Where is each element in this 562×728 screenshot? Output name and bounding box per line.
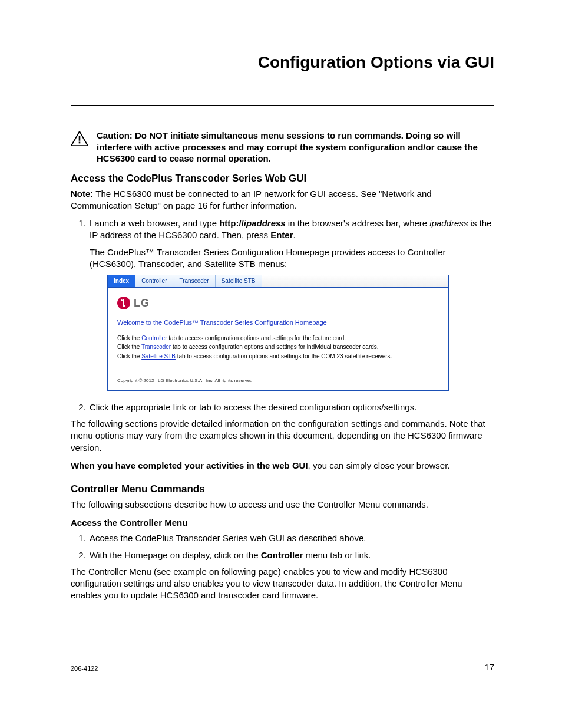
embed-line3-b: tab to access configuration options and … — [176, 353, 392, 360]
svg-rect-1 — [79, 136, 81, 140]
embed-line2-a: Click the — [117, 344, 141, 350]
embed-line-3: Click the Satellite STB tab to access co… — [117, 353, 439, 361]
embed-welcome: Welcome to the CodePlus™ Transcoder Seri… — [117, 318, 439, 327]
closing-rest: , you can simply close your browser. — [308, 460, 450, 470]
embed-copyright: Copyright © 2012 · LG Electronics U.S.A.… — [117, 378, 439, 384]
step1-text-c: in the browser's address bar, where — [286, 218, 430, 228]
caution-text: Caution: Do NOT initiate simultaneous me… — [97, 130, 494, 164]
para-following-sections: The following sections provide detailed … — [71, 418, 494, 454]
controller-steps: Access the CodePlus Transcoder Series we… — [71, 532, 494, 561]
svg-rect-2 — [79, 142, 81, 144]
lg-logo-icon — [117, 297, 130, 309]
step1-sub: The CodePlus™ Transcoder Series Configur… — [90, 246, 494, 271]
controller-step-2: With the Homepage on display, click on t… — [88, 549, 494, 561]
title-rule — [71, 105, 494, 106]
embed-link-transcoder[interactable]: Transcoder — [141, 344, 171, 350]
step-1: Launch a web browser, and type http://ip… — [88, 218, 494, 391]
controller-step-1: Access the CodePlus Transcoder Series we… — [88, 532, 494, 544]
embed-line-1: Click the Controller tab to access confi… — [117, 334, 439, 342]
embed-line3-a: Click the — [117, 353, 141, 360]
embed-body: LG Welcome to the CodePlus™ Transcoder S… — [108, 288, 448, 390]
access-gui-steps: Launch a web browser, and type http://ip… — [71, 218, 494, 413]
page-footer: 206-4122 17 — [71, 662, 494, 672]
closing-bold: When you have completed your activities … — [71, 460, 308, 470]
lg-logo: LG — [117, 296, 439, 310]
step1-italic-ipaddress2: ipaddress — [429, 218, 468, 228]
step1-italic-ipaddress: ipaddress — [244, 218, 286, 228]
para-closing: When you have completed your activities … — [71, 460, 494, 472]
embed-line1-b: tab to access configuration options and … — [167, 335, 346, 341]
embed-line-2: Click the Transcoder tab to access confi… — [117, 343, 439, 351]
embedded-screenshot-wrap: Index Controller Transcoder Satellite ST… — [107, 275, 494, 391]
step1-bold-enter: Enter — [270, 230, 293, 240]
page-title: Configuration Options via GUI — [71, 53, 494, 72]
warning-icon — [71, 131, 88, 149]
embed-link-controller[interactable]: Controller — [141, 335, 167, 341]
step1-text-g: . — [293, 230, 295, 240]
caution-block: Caution: Do NOT initiate simultaneous me… — [71, 130, 494, 164]
tab-index[interactable]: Index — [108, 275, 135, 287]
embed-line1-a: Click the — [117, 335, 141, 341]
sub-heading-access-controller: Access the Controller Menu — [71, 518, 494, 528]
lg-logo-text: LG — [134, 296, 150, 310]
controller-intro: The following subsections describe how t… — [71, 499, 494, 510]
controller-step2-c: menu tab or link. — [303, 550, 371, 560]
embed-line2-b: tab to access configuration options and … — [171, 344, 378, 350]
embed-tabs: Index Controller Transcoder Satellite ST… — [108, 275, 448, 288]
tab-controller[interactable]: Controller — [135, 275, 173, 287]
embedded-homepage: Index Controller Transcoder Satellite ST… — [107, 275, 449, 391]
note-text: The HCS6300 must be connected to an IP n… — [71, 189, 432, 210]
note-label: Note: — [71, 189, 93, 199]
step-2: Click the appropriate link or tab to acc… — [88, 401, 494, 413]
section-heading-access-gui: Access the CodePlus Transcoder Series We… — [71, 173, 494, 185]
note-paragraph: Note: The HCS6300 must be connected to a… — [71, 188, 494, 212]
controller-step2-bold: Controller — [261, 550, 303, 560]
step1-text-a: Launch a web browser, and type — [90, 218, 219, 228]
section-heading-controller-menu: Controller Menu Commands — [71, 483, 494, 495]
page: Configuration Options via GUI Caution: D… — [0, 0, 562, 728]
controller-para-after: The Controller Menu (see example on foll… — [71, 566, 494, 602]
tab-transcoder[interactable]: Transcoder — [173, 275, 215, 287]
tab-satellite-stb[interactable]: Satellite STB — [216, 275, 262, 287]
footer-page-number: 17 — [484, 662, 494, 672]
embed-link-satellite[interactable]: Satellite STB — [141, 353, 176, 360]
footer-doc-id: 206-4122 — [71, 665, 98, 672]
controller-step2-a: With the Homepage on display, click on t… — [90, 550, 261, 560]
step1-bold-http: http:// — [219, 218, 244, 228]
